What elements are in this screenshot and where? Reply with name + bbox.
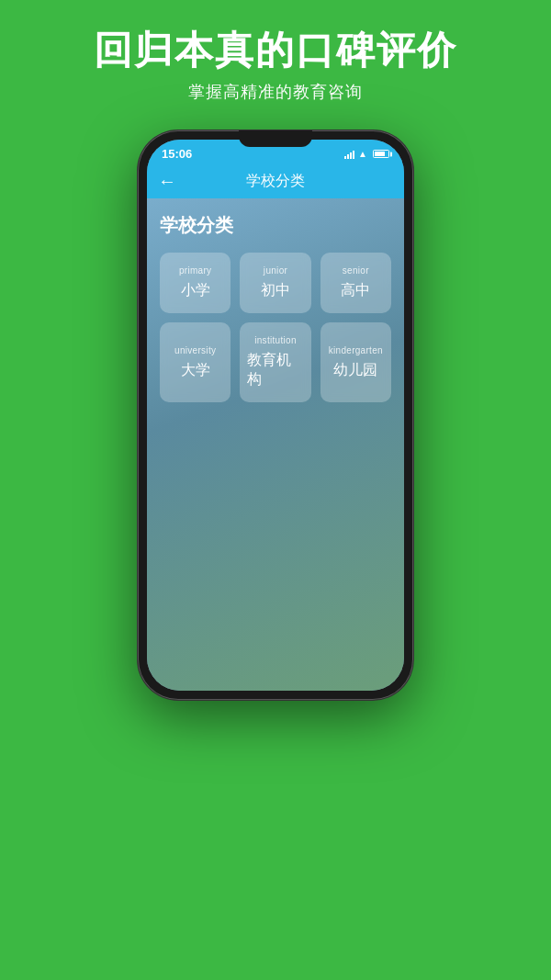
phone-notch <box>239 130 312 147</box>
phone-wrapper: 15:06 ▲ <box>0 130 551 700</box>
category-zh-label: 幼儿园 <box>333 361 377 380</box>
category-card-university[interactable]: university大学 <box>160 322 231 402</box>
category-zh-label: 大学 <box>181 361 210 380</box>
category-card-primary[interactable]: primary小学 <box>160 253 231 313</box>
battery-icon <box>373 150 389 158</box>
main-title: 回归本真的口碑评价 <box>0 28 551 73</box>
phone-frame: 15:06 ▲ <box>138 130 413 700</box>
category-en-label: institution <box>254 335 297 345</box>
content-area: 学校分类 primary小学junior初中senior高中university… <box>147 198 404 691</box>
category-card-junior[interactable]: junior初中 <box>240 253 310 313</box>
category-zh-label: 初中 <box>261 281 290 300</box>
phone-screen: 15:06 ▲ <box>147 140 404 691</box>
category-card-institution[interactable]: institution教育机构 <box>240 322 310 402</box>
signal-icon <box>344 150 354 159</box>
page-background: 回归本真的口碑评价 掌握高精准的教育咨询 15:06 <box>0 0 551 980</box>
category-zh-label: 高中 <box>341 281 370 300</box>
category-zh-label: 教育机构 <box>247 351 303 389</box>
category-card-senior[interactable]: senior高中 <box>320 253 391 313</box>
sub-title: 掌握高精准的教育咨询 <box>0 81 551 103</box>
category-zh-label: 小学 <box>181 281 210 300</box>
back-button[interactable]: ← <box>158 171 176 192</box>
status-time: 15:06 <box>162 147 192 161</box>
category-en-label: primary <box>179 265 211 276</box>
status-icons: ▲ <box>344 149 389 159</box>
nav-title: 学校分类 <box>246 172 305 191</box>
category-en-label: university <box>174 345 216 355</box>
wifi-icon: ▲ <box>358 149 367 159</box>
category-grid: primary小学junior初中senior高中university大学ins… <box>160 253 391 402</box>
nav-bar: ← 学校分类 <box>147 164 404 198</box>
category-card-kindergarten[interactable]: kindergarten幼儿园 <box>320 322 391 402</box>
section-title: 学校分类 <box>160 213 391 238</box>
category-en-label: kindergarten <box>329 345 383 355</box>
page-header: 回归本真的口碑评价 掌握高精准的教育咨询 <box>0 0 551 121</box>
category-en-label: junior <box>264 265 287 276</box>
category-en-label: senior <box>343 265 369 276</box>
